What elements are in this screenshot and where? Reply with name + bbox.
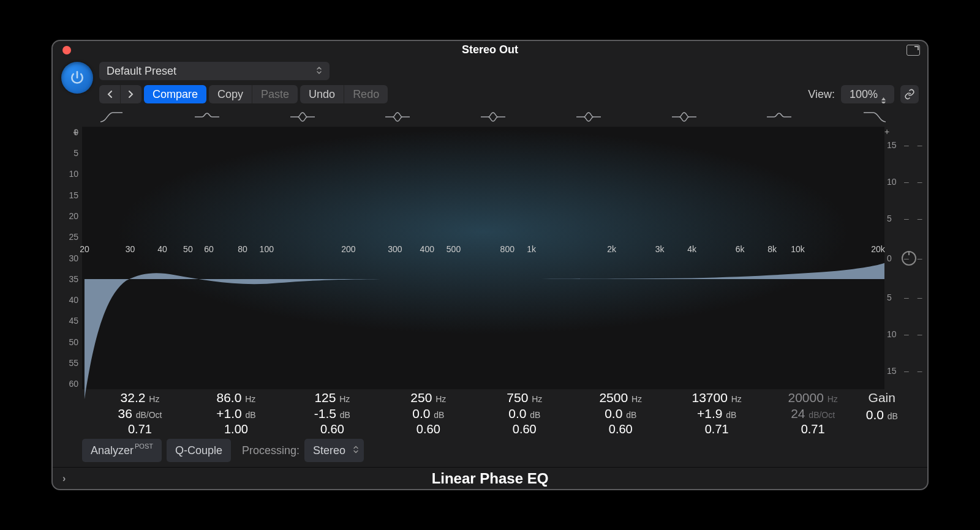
preset-selector[interactable]: Default Preset <box>99 62 330 80</box>
filter-type-bell[interactable] <box>668 110 700 124</box>
freq-tick: 8k <box>767 244 777 254</box>
compare-button[interactable]: Compare <box>144 85 206 103</box>
window-titlebar: Stereo Out <box>53 41 927 58</box>
power-button[interactable] <box>61 62 93 94</box>
copy-button[interactable]: Copy <box>209 85 252 103</box>
freq-tick: 50 <box>183 244 193 254</box>
left-tick: 20 <box>69 211 78 221</box>
freq-tick: 300 <box>388 244 402 254</box>
analyzer-mode: POST <box>135 442 153 450</box>
right-tick: 10 <box>887 177 897 187</box>
nav-seg <box>99 85 141 103</box>
freq-tick: 60 <box>204 244 214 254</box>
eq-plot[interactable]: 2030405060801002003004005008001k2k3k4k6k… <box>82 127 884 389</box>
filter-type-bell[interactable] <box>477 110 509 124</box>
filter-type-row <box>53 106 927 127</box>
undo-button[interactable]: Undo <box>300 85 344 103</box>
freq-tick: 10k <box>791 244 805 254</box>
left-tick: 15 <box>69 190 78 200</box>
freq-tick: 100 <box>260 244 274 254</box>
filter-type-highpass[interactable] <box>96 110 127 124</box>
left-tick: 5 <box>74 148 78 158</box>
view-value: 100% <box>850 88 878 101</box>
freq-tick: 30 <box>126 244 135 254</box>
right-tick: 15 <box>887 366 897 376</box>
disclosure-icon[interactable]: › <box>62 473 66 484</box>
left-tick: 35 <box>69 274 78 284</box>
freq-tick: 4k <box>687 244 696 254</box>
left-tick: 55 <box>69 358 78 368</box>
freq-tick: 20k <box>871 244 885 254</box>
plugin-footer: › Linear Phase EQ <box>53 467 927 489</box>
window-title: Stereo Out <box>462 43 518 56</box>
left-tick: 45 <box>69 316 78 326</box>
right-tick: 10 <box>887 329 897 339</box>
prev-button[interactable] <box>99 85 120 103</box>
expand-icon[interactable] <box>907 45 920 56</box>
right-tick: 5 <box>887 293 892 302</box>
right-tick: 15 <box>887 140 897 150</box>
freq-tick: 400 <box>420 244 434 254</box>
view-label: View: <box>808 88 835 101</box>
freq-tick: 800 <box>500 244 514 254</box>
next-button[interactable] <box>120 85 141 103</box>
left-tick: 50 <box>69 337 78 347</box>
filter-type-highshelf[interactable] <box>763 110 795 124</box>
chevron-updown-icon <box>353 444 359 457</box>
freq-tick: 20 <box>80 244 89 254</box>
processing-label: Processing: <box>242 444 300 457</box>
bottom-bar: Analyzer POST Q-Couple Processing: Stere… <box>53 439 927 467</box>
left-tick: 0 <box>74 127 78 137</box>
freq-tick: 1k <box>527 244 536 254</box>
view-stepper[interactable]: 100% <box>841 85 894 103</box>
eq-plot-area: + 051015202530354045505560 2030405060801… <box>53 127 927 389</box>
eq-curve <box>82 127 884 431</box>
processing-selector[interactable]: Stereo <box>304 439 364 462</box>
left-tick: 10 <box>69 169 78 179</box>
right-db-scale: + 15––10––5––0––5––10––15–– <box>884 127 921 389</box>
freq-tick: 3k <box>655 244 665 254</box>
filter-type-lowshelf[interactable] <box>191 110 223 124</box>
right-tick: 0 <box>887 253 892 263</box>
freq-tick: 2k <box>607 244 616 254</box>
copypaste-seg: Copy Paste <box>209 85 298 103</box>
freq-tick: 6k <box>736 244 745 254</box>
redo-button[interactable]: Redo <box>344 85 388 103</box>
plus-icon: + <box>884 127 889 136</box>
freq-tick: 80 <box>238 244 247 254</box>
freq-tick: 200 <box>341 244 355 254</box>
link-button[interactable] <box>900 85 919 103</box>
filter-type-bell[interactable] <box>573 110 605 124</box>
stepper-caret-icon <box>881 91 886 98</box>
left-tick: 60 <box>69 379 78 389</box>
undoredo-seg: Undo Redo <box>300 85 388 103</box>
paste-button[interactable]: Paste <box>252 85 298 103</box>
freq-tick: 40 <box>157 244 167 254</box>
chevron-updown-icon <box>315 66 323 75</box>
top-controls: Default Preset Compare Copy Paste Undo R… <box>53 58 927 106</box>
left-tick: 40 <box>69 295 78 305</box>
left-tick: 25 <box>69 232 78 242</box>
plugin-name: Linear Phase EQ <box>432 470 549 487</box>
left-tick: 30 <box>69 253 78 263</box>
freq-tick: 500 <box>447 244 461 254</box>
left-db-scale: + 051015202530354045505560 <box>59 127 82 389</box>
filter-type-lowpass[interactable] <box>859 110 891 124</box>
plugin-window: Stereo Out Default Preset Compare Copy P… <box>51 40 929 490</box>
preset-name: Default Preset <box>107 65 176 78</box>
analyzer-button[interactable]: Analyzer POST <box>82 439 162 462</box>
right-tick: 5 <box>887 214 892 223</box>
q-couple-button[interactable]: Q-Couple <box>167 439 231 462</box>
filter-type-bell[interactable] <box>382 110 413 124</box>
filter-type-bell[interactable] <box>287 110 318 124</box>
close-traffic-light[interactable] <box>62 46 71 54</box>
